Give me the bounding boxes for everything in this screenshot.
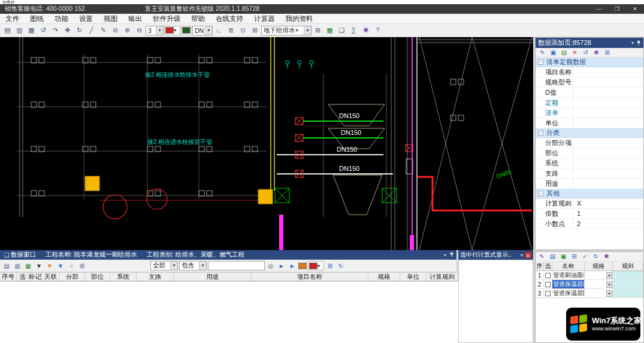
zoom-out-icon[interactable]: ⊖: [134, 25, 145, 35]
window-icon[interactable]: ❏: [336, 25, 347, 35]
field-value[interactable]: [573, 98, 643, 107]
edit-icon[interactable]: ✎: [538, 49, 547, 57]
field-row-unit[interactable]: 单位: [536, 118, 643, 128]
color-picker-green[interactable]: [181, 26, 192, 35]
check-icon[interactable]: ✓: [580, 252, 589, 261]
close-icon[interactable]: ✕: [525, 252, 531, 258]
erase-icon[interactable]: ⊘: [110, 25, 121, 35]
match-mode-combo[interactable]: 包含 ▾: [179, 261, 207, 270]
field-row-subdivision[interactable]: 分部分项: [536, 138, 643, 148]
drawing-canvas[interactable]: 接2 相连排水给排水干管 接2 相连进水栓接层干管 DN150 DN150 DN…: [0, 37, 533, 250]
star-icon[interactable]: ✱: [360, 25, 371, 35]
menu-upgrade[interactable]: 软件升级: [147, 14, 186, 24]
col-select[interactable]: 选: [544, 262, 552, 270]
spec-dropdown[interactable]: ▾: [585, 289, 613, 297]
undo-icon[interactable]: ↺: [38, 25, 49, 35]
layers-icon[interactable]: ≣: [225, 25, 237, 35]
move-icon[interactable]: ✚: [62, 25, 73, 35]
spec-dropdown[interactable]: ▾: [585, 271, 613, 279]
delete-icon[interactable]: ✕: [570, 49, 579, 57]
lineweight-combo[interactable]: 3 ▾: [146, 26, 164, 35]
col-mark[interactable]: 标记: [29, 273, 42, 281]
chevron-down-icon[interactable]: ▾: [631, 40, 634, 46]
excel-icon[interactable]: ▦: [23, 261, 33, 271]
field-row-branch[interactable]: 支路: [536, 169, 643, 179]
collapse-icon[interactable]: −: [538, 130, 543, 136]
col-name[interactable]: 名称: [552, 262, 585, 270]
field-row-multiplier[interactable]: 倍数 1: [536, 209, 643, 219]
field-value[interactable]: [573, 148, 643, 158]
star-icon[interactable]: ✱: [602, 252, 611, 261]
edit-icon[interactable]: ✎: [98, 25, 109, 35]
save-icon[interactable]: ▦: [26, 25, 37, 35]
col-branch[interactable]: 支路: [137, 273, 174, 281]
col-spec[interactable]: 规格: [585, 262, 613, 270]
draw-line-icon[interactable]: ╱: [86, 25, 97, 35]
field-row-system[interactable]: 系统: [536, 158, 643, 169]
table-row[interactable]: 3 管道保温层防 ▾: [536, 289, 643, 298]
row-name[interactable]: 管道保温层防: [552, 289, 585, 297]
field-value[interactable]: [573, 108, 643, 118]
edit-icon[interactable]: ✎: [537, 252, 546, 261]
color-picker-red[interactable]: ▾: [308, 261, 324, 270]
data-window-header[interactable]: ❏ 数据窗口 工程名称: 陆丰港龙城一期给排水 工程类别: 给排水、采暖、燃气工…: [0, 250, 456, 260]
field-value[interactable]: [573, 118, 643, 128]
filter-query-input[interactable]: [208, 261, 265, 270]
row-checkbox[interactable]: [545, 273, 551, 278]
menu-drawings[interactable]: 图纸: [25, 14, 49, 24]
field-row-project-name[interactable]: 项目名称: [536, 67, 643, 77]
table-row-selected[interactable]: 2 管道保温层材 ▾: [536, 280, 643, 289]
run-icon[interactable]: ►: [277, 261, 286, 271]
field-value[interactable]: 2: [573, 219, 643, 228]
row-checkbox[interactable]: [545, 282, 551, 287]
collapse-icon[interactable]: −: [538, 191, 543, 196]
redo-icon[interactable]: ↷: [50, 25, 61, 35]
chevron-down-icon[interactable]: ▾: [156, 26, 163, 35]
field-value[interactable]: [573, 88, 643, 97]
pin-icon[interactable]: [449, 252, 454, 258]
checkbox-cell[interactable]: [544, 289, 552, 297]
chevron-down-icon[interactable]: ▾: [199, 261, 206, 270]
scope-filter-combo[interactable]: 全部 ▾: [150, 261, 178, 270]
field-row-spec-model[interactable]: 规格型号: [536, 77, 643, 88]
copy-icon[interactable]: ▣: [559, 252, 568, 261]
rotate-icon[interactable]: ↻: [74, 25, 85, 35]
field-row-usage[interactable]: 用途: [536, 179, 643, 189]
rule-cell[interactable]: [613, 280, 643, 288]
color-picker-red[interactable]: ▾: [164, 26, 180, 35]
open-icon[interactable]: ▤: [2, 25, 13, 35]
maximize-button[interactable]: ❐: [608, 4, 626, 14]
data-table-body[interactable]: [0, 282, 458, 343]
field-row-quota[interactable]: 定额: [536, 98, 643, 108]
star-icon[interactable]: ✱: [592, 49, 601, 57]
chevron-down-icon[interactable]: ▾: [444, 252, 446, 258]
minimize-button[interactable]: —: [590, 4, 608, 14]
system-layer-combo[interactable]: 地下给排水+ ▾: [261, 26, 312, 35]
filter-orange-icon[interactable]: ▼: [45, 261, 55, 271]
copy-icon[interactable]: ▣: [549, 49, 558, 57]
section-list-quota[interactable]: − 清单定额数据: [536, 58, 643, 67]
col-item-name[interactable]: 项目名称: [252, 273, 368, 281]
run-next-icon[interactable]: ►: [288, 261, 297, 271]
chevron-down-icon[interactable]: ▾: [521, 252, 523, 258]
drawing-area[interactable]: 接2 相连排水给排水干管 接2 相连进水栓接层干管 DN150 DN150 DN…: [0, 37, 533, 250]
field-value[interactable]: [573, 138, 643, 148]
menu-functions[interactable]: 功能: [49, 14, 74, 24]
menu-file[interactable]: 文件: [0, 14, 25, 24]
chevron-down-icon[interactable]: ▾: [174, 28, 179, 33]
mark-icon[interactable]: ⊙: [237, 25, 249, 35]
refresh-icon[interactable]: ↻: [336, 261, 346, 271]
grid-icon[interactable]: ⊞: [570, 252, 579, 261]
col-position[interactable]: 部位: [85, 273, 110, 281]
zoom-in-icon[interactable]: ⊕: [122, 25, 133, 35]
col-spec[interactable]: 规格: [368, 273, 400, 281]
col-rule[interactable]: 规则: [613, 262, 643, 270]
col-seq[interactable]: 序号: [0, 273, 17, 281]
row-checkbox[interactable]: [545, 291, 551, 296]
chevron-down-icon[interactable]: ▾: [606, 281, 612, 288]
search-icon[interactable]: ◎: [266, 261, 276, 271]
field-value[interactable]: [573, 77, 643, 87]
filter-icon[interactable]: ▼: [34, 261, 44, 271]
grid-icon[interactable]: ⊞: [77, 261, 87, 271]
help-icon[interactable]: ?: [372, 25, 383, 35]
